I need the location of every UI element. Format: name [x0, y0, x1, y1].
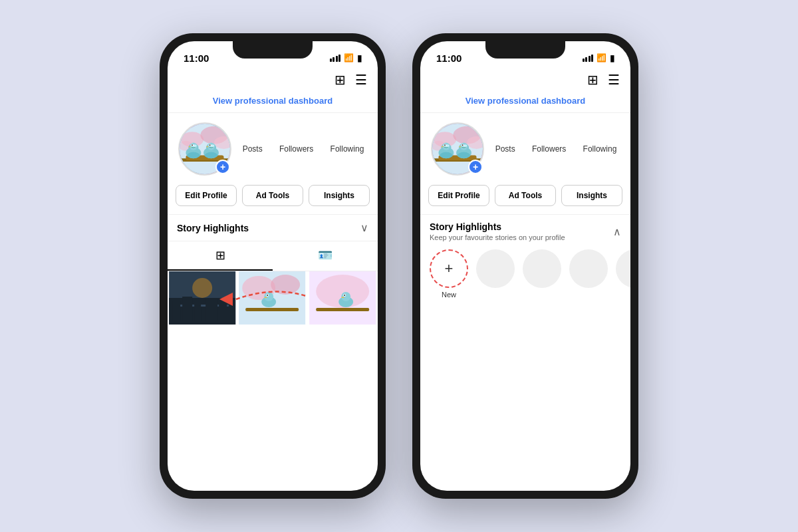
thumb-img-3 [308, 271, 377, 325]
svg-rect-29 [205, 299, 217, 321]
ad-tools-button-right[interactable]: Ad Tools [495, 185, 556, 206]
insights-button-left[interactable]: Insights [309, 185, 370, 206]
insights-button-right[interactable]: Insights [561, 185, 622, 206]
avatar-container-right: + [431, 122, 484, 176]
signal-icon-left [330, 55, 341, 62]
highlights-header-left[interactable]: Story Highlights ∨ [177, 221, 368, 234]
thumb-3 [308, 271, 377, 325]
svg-point-45 [344, 295, 345, 296]
svg-rect-30 [219, 303, 227, 321]
highlights-section-right: Story Highlights Keep your favourite sto… [420, 214, 630, 307]
menu-icon-right[interactable]: ☰ [608, 72, 620, 88]
stat-following-right: Following [583, 144, 617, 154]
tag-icon-left: 🪪 [318, 248, 332, 264]
add-post-icon-left[interactable]: ⊞ [334, 72, 346, 88]
stat-following-label-right: Following [583, 144, 617, 154]
time-right: 11:00 [436, 53, 462, 64]
grid-icon-left: ⊞ [215, 248, 225, 263]
highlight-circle-2 [523, 249, 561, 288]
add-avatar-badge-right[interactable]: + [468, 160, 483, 174]
highlights-chevron-left: ∨ [360, 221, 368, 234]
top-nav-right: ⊞ ☰ [420, 69, 630, 93]
time-left: 11:00 [184, 53, 209, 64]
svg-point-38 [267, 295, 268, 296]
highlight-new-label: New [442, 291, 456, 299]
status-icons-right: 📶 ▮ [583, 53, 615, 63]
dashboard-link-right[interactable]: View professional dashboard [420, 93, 630, 113]
thumb-1 [168, 271, 237, 325]
highlights-chevron-right: ∧ [613, 225, 621, 238]
svg-point-60 [444, 144, 446, 146]
highlight-circle-1 [476, 249, 515, 288]
svg-point-13 [192, 144, 193, 146]
new-plus-icon: + [445, 261, 454, 276]
stat-posts-label-left: Posts [243, 144, 263, 154]
svg-point-24 [192, 278, 212, 298]
stat-followers-right: Followers [532, 144, 566, 154]
thumb-img-2 [237, 271, 307, 325]
highlights-section-left: Story Highlights ∨ [168, 214, 378, 241]
stat-followers-label-left: Followers [279, 144, 313, 154]
svg-point-21 [205, 152, 217, 159]
ad-tools-button-left[interactable]: Ad Tools [242, 185, 303, 206]
add-avatar-badge-left[interactable]: + [215, 160, 230, 174]
thumb-2 [237, 271, 307, 325]
action-buttons-right: Edit Profile Ad Tools Insights [420, 185, 630, 214]
highlight-new-button[interactable]: + [430, 249, 468, 288]
thumb-img-1 [168, 271, 237, 325]
stat-posts-right: Posts [495, 144, 515, 154]
phone-right: 11:00 📶 ▮ ⊞ ☰ View professional dashboar… [412, 33, 638, 499]
svg-point-67 [440, 152, 452, 159]
add-post-icon-right[interactable]: ⊞ [587, 72, 598, 88]
battery-icon-left: ▮ [357, 53, 362, 63]
wifi-icon-right: 📶 [597, 53, 606, 63]
notch-left [233, 41, 313, 59]
svg-point-19 [209, 144, 211, 146]
stat-posts-left: Posts [243, 144, 263, 154]
svg-rect-26 [172, 301, 180, 321]
profile-section-right: + Posts Followers Following [420, 113, 630, 185]
tagged-tab-left[interactable]: 🪪 [273, 241, 378, 271]
svg-point-33 [271, 275, 300, 295]
svg-point-43 [341, 292, 350, 301]
highlights-title-left: Story Highlights [177, 223, 249, 233]
svg-rect-27 [182, 297, 192, 321]
signal-icon-right [583, 55, 594, 62]
svg-rect-41 [316, 308, 369, 311]
dashboard-link-left[interactable]: View professional dashboard [168, 93, 378, 113]
highlights-header-right[interactable]: Story Highlights Keep your favourite sto… [430, 221, 621, 241]
action-buttons-left: Edit Profile Ad Tools Insights [168, 185, 378, 214]
highlights-subtitle-right: Keep your favourite stories on your prof… [430, 233, 565, 241]
status-icons-left: 📶 ▮ [330, 53, 362, 63]
profile-stats-left: Posts Followers Following [239, 144, 367, 154]
highlight-circle-4 [616, 249, 630, 288]
svg-rect-34 [245, 308, 299, 311]
svg-point-36 [264, 292, 273, 301]
avatar-container-left: + [178, 122, 231, 176]
profile-stats-right: Posts Followers Following [492, 144, 620, 154]
stat-followers-label-right: Followers [532, 144, 566, 154]
edit-profile-button-left[interactable]: Edit Profile [176, 185, 237, 206]
profile-section-left: + Posts Followers Following [168, 113, 378, 185]
battery-icon-right: ▮ [610, 53, 614, 63]
svg-point-20 [187, 152, 200, 159]
notch-right [485, 41, 565, 59]
top-nav-left: ⊞ ☰ [168, 69, 378, 93]
svg-point-68 [458, 152, 470, 159]
stat-followers-left: Followers [279, 144, 313, 154]
highlights-title-right: Story Highlights [430, 221, 565, 232]
menu-icon-left[interactable]: ☰ [355, 72, 367, 88]
phone-left: 11:00 📶 ▮ ⊞ ☰ View professional dashboar… [160, 33, 386, 499]
highlights-circles-right: + New [430, 241, 621, 307]
wifi-icon-left: 📶 [344, 53, 354, 63]
post-thumbnails-left [168, 271, 378, 325]
edit-profile-button-right[interactable]: Edit Profile [428, 185, 489, 206]
grid-view-tab-left[interactable]: ⊞ [168, 241, 273, 271]
post-grid-tabs-left: ⊞ 🪪 [168, 241, 378, 271]
svg-rect-28 [194, 305, 201, 321]
stat-following-left: Following [331, 144, 364, 154]
highlight-new-wrapper: + New [430, 249, 468, 299]
stat-following-label-left: Following [331, 144, 364, 154]
svg-point-66 [462, 144, 464, 146]
stat-posts-label-right: Posts [495, 144, 515, 154]
